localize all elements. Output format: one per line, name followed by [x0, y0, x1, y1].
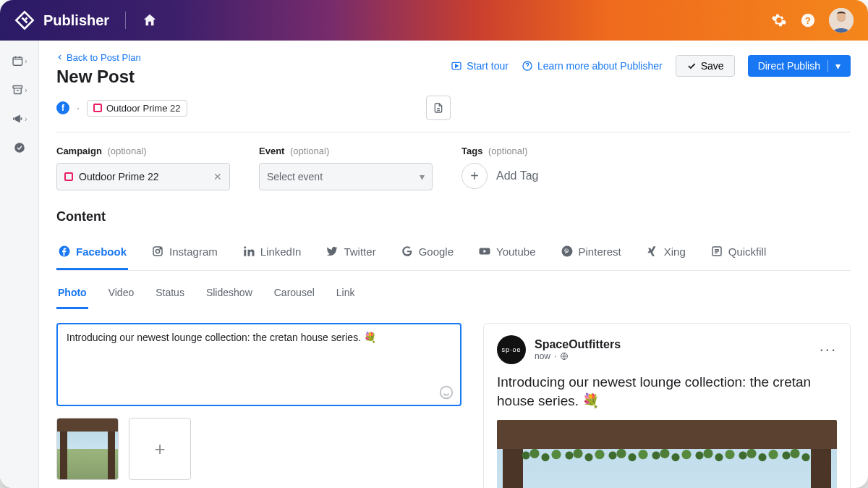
user-avatar[interactable] [829, 8, 854, 33]
social-tabs: Facebook Instagram LinkedIn Twitter Goog… [56, 237, 851, 271]
tab-xing[interactable]: Xing [644, 237, 687, 270]
sidebar-check-icon[interactable] [12, 140, 27, 155]
svg-point-11 [156, 249, 159, 253]
tab-youtube[interactable]: Youtube [477, 237, 537, 270]
type-tab-slideshow[interactable]: Slideshow [205, 281, 254, 309]
type-tab-link[interactable]: Link [335, 281, 357, 309]
separator-dot: · [77, 102, 80, 114]
sidebar-calendar-icon[interactable]: › [12, 54, 27, 68]
preview-avatar: sp·oe [497, 335, 526, 364]
type-tab-video[interactable]: Video [107, 281, 136, 309]
preview-post-text: Introducing our newest lounge collection… [497, 373, 837, 410]
svg-text:?: ? [805, 15, 811, 26]
caret-down-icon: ▾ [827, 60, 841, 72]
preview-meta: now · [535, 351, 621, 361]
globe-icon [560, 352, 569, 361]
publish-button[interactable]: Direct Publish ▾ [748, 55, 851, 77]
chevron-down-icon: ▾ [420, 171, 425, 182]
post-preview: sp·oe SpaceOutfitters now · ··· Introduc… [483, 323, 851, 488]
svg-rect-5 [13, 85, 22, 88]
tab-quickfill[interactable]: Quickfill [709, 237, 768, 270]
sidebar-archive-icon[interactable]: › [12, 83, 27, 97]
post-more-icon[interactable]: ··· [820, 340, 837, 359]
preview-post-image [497, 420, 837, 488]
campaign-color-icon [93, 104, 102, 112]
campaign-select[interactable]: Outdoor Prime 22 ✕ [56, 163, 230, 190]
type-tab-status[interactable]: Status [154, 281, 186, 309]
facebook-icon: f [56, 101, 69, 114]
tags-field: Tags (optional) + Add Tag [461, 144, 538, 190]
composer-text: Introducing our newest lounge collection… [67, 332, 361, 343]
campaign-chip[interactable]: Outdoor Prime 22 [87, 100, 187, 117]
divider [56, 132, 851, 132]
brand-logo-icon [14, 10, 35, 30]
svg-point-18 [441, 387, 453, 399]
add-tag-label: Add Tag [496, 169, 538, 182]
add-tag-button[interactable]: + [461, 163, 488, 189]
event-field: Event (optional) Select event ▾ [259, 144, 433, 190]
svg-rect-13 [244, 250, 246, 256]
save-button[interactable]: Save [676, 55, 735, 77]
svg-point-6 [14, 143, 25, 153]
learn-more-link[interactable]: Learn more about Publisher [522, 60, 663, 72]
type-tab-carousel[interactable]: Carousel [273, 281, 316, 309]
sidebar-megaphone-icon[interactable]: › [12, 112, 27, 126]
tab-linkedin[interactable]: LinkedIn [241, 237, 303, 270]
tab-pinterest[interactable]: Pinterest [559, 237, 623, 270]
media-thumbnail[interactable] [56, 418, 119, 480]
sidebar: › › › [0, 41, 39, 488]
clear-icon[interactable]: ✕ [213, 171, 222, 182]
document-button[interactable] [426, 96, 451, 120]
svg-rect-4 [13, 57, 22, 65]
topbar: Publisher ? [0, 0, 868, 41]
campaign-label: Campaign (optional) [56, 146, 147, 156]
topbar-divider [125, 12, 126, 29]
type-tab-photo[interactable]: Photo [56, 281, 88, 309]
event-label: Event (optional) [259, 146, 329, 156]
svg-point-16 [561, 246, 572, 257]
page-title: New Post [56, 67, 451, 87]
brand-name: Publisher [43, 12, 109, 29]
content-heading: Content [56, 209, 851, 224]
add-media-button[interactable]: + [129, 418, 191, 480]
tab-twitter[interactable]: Twitter [324, 237, 377, 270]
composer-emoji: 💐 [364, 332, 376, 343]
start-tour-link[interactable]: Start tour [451, 60, 509, 72]
campaign-field: Campaign (optional) Outdoor Prime 22 ✕ [56, 144, 230, 190]
svg-point-14 [244, 246, 246, 248]
back-link[interactable]: Back to Post Plan [56, 52, 141, 63]
type-tabs: Photo Video Status Slideshow Carousel Li… [56, 281, 851, 310]
tab-instagram[interactable]: Instagram [150, 237, 219, 270]
brand: Publisher [14, 10, 109, 30]
campaign-color-icon [64, 172, 73, 181]
svg-point-12 [160, 248, 161, 250]
tab-facebook[interactable]: Facebook [56, 237, 128, 270]
home-icon[interactable] [142, 12, 158, 28]
event-select[interactable]: Select event ▾ [259, 163, 433, 190]
settings-icon[interactable] [771, 12, 787, 28]
preview-page-name: SpaceOutfitters [535, 338, 621, 351]
help-icon[interactable]: ? [800, 12, 816, 28]
emoji-picker-icon[interactable] [438, 384, 454, 400]
tags-label: Tags (optional) [461, 146, 527, 156]
composer-textarea[interactable]: Introducing our newest lounge collection… [56, 323, 461, 406]
tab-google[interactable]: Google [399, 237, 455, 270]
